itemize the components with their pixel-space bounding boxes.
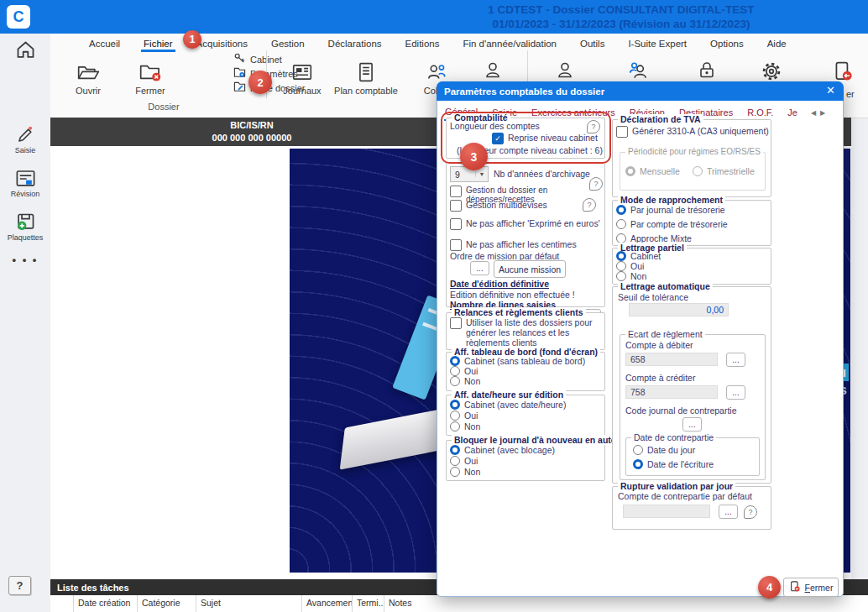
document-icon <box>330 62 402 82</box>
relances-label: Utiliser la liste des dossiers pour géné… <box>466 317 593 348</box>
lettrage-automatique-group: Lettrage automatique Seuil de tolérance … <box>612 286 771 484</box>
col-termine[interactable]: Termi... <box>353 595 384 612</box>
tab-fichier[interactable]: Fichier <box>143 37 174 50</box>
tab-options[interactable]: Options <box>709 37 745 50</box>
lettrage-partiel-cabinet-radio[interactable]: Cabinet <box>616 251 661 261</box>
ecart-reglement-group: Ecart de règlement Compte à débiter 658 … <box>620 334 766 480</box>
aucune-mission-button[interactable]: Aucune mission <box>494 260 566 278</box>
date-heure-cabinet-radio[interactable]: Cabinet (avec date/heure) <box>450 400 566 410</box>
sidebar-item-home[interactable] <box>0 39 50 61</box>
bloquer-cabinet-radio[interactable]: Cabinet (avec blocage) <box>450 445 555 455</box>
ordre-mission-browse-button[interactable]: ... <box>470 261 489 275</box>
relances-title: Relances et règlements clients <box>452 307 586 317</box>
compte-crediter-input[interactable]: 758 <box>625 385 718 399</box>
date-heure-oui-radio[interactable]: Oui <box>450 411 478 421</box>
help-button[interactable]: ? <box>8 576 31 595</box>
tableau-bord-non-radio[interactable]: Non <box>450 376 480 386</box>
compte-contrepartie-input[interactable] <box>623 505 710 518</box>
step-badge-3-number: 3 <box>471 150 478 164</box>
seuil-tolerance-input[interactable]: 0,00 <box>629 303 729 316</box>
home-icon <box>0 39 50 61</box>
dtab-je-truncated[interactable]: Je <box>787 105 798 120</box>
tab-isuite-expert[interactable]: I-Suite Expert <box>627 37 688 50</box>
groupe-people-icon[interactable] <box>628 60 650 84</box>
fermer-dossier-button[interactable]: Fermer <box>123 62 178 96</box>
ne-pas-afficher-euros-checkbox[interactable]: Ne pas afficher 'Exprimé en euros' <box>450 218 600 230</box>
ne-pas-afficher-centimes-label: Ne pas afficher les centimes <box>466 239 577 249</box>
tab-fichier-label: Fichier <box>144 39 173 49</box>
radio-disabled-selected-icon <box>625 166 635 176</box>
lettrage-partiel-non-radio[interactable]: Non <box>616 271 646 281</box>
checkbox-icon <box>450 186 462 197</box>
dtab-rof[interactable]: R.O.F. <box>746 105 774 120</box>
ne-pas-afficher-centimes-checkbox[interactable]: Ne pas afficher les centimes <box>450 239 577 251</box>
col-date-creation[interactable]: Date création∕ <box>74 595 138 612</box>
tab-outils[interactable]: Outils <box>579 37 605 50</box>
generer-3310a-checkbox[interactable]: Générer 3310-A (CA3 uniquement) <box>616 126 769 138</box>
date-ecriture-radio[interactable]: Date de l'écriture <box>633 459 714 469</box>
date-du-jour-radio[interactable]: Date du jour <box>633 445 695 455</box>
tab-scroll-left-icon[interactable]: ◀ <box>811 109 816 117</box>
date-heure-non-radio[interactable]: Non <box>450 421 480 432</box>
mode-rapprochement-title: Mode de rapprochement <box>618 195 725 205</box>
utilisateur-person-icon[interactable] <box>555 60 575 84</box>
fermer-label: Fermer <box>805 583 834 593</box>
aucune-mission-label: Aucune mission <box>499 264 561 275</box>
radio-icon <box>633 445 643 455</box>
lock-icon[interactable] <box>697 60 717 84</box>
tab-acquisitions[interactable]: Acquisitions <box>196 37 248 50</box>
sidebar-item-plaquettes[interactable]: Plaquettes <box>0 211 50 242</box>
compte-contrepartie-browse-button[interactable]: ... <box>719 505 738 519</box>
par-compte-tresorerie-radio[interactable]: Par compte de trésorerie <box>616 219 728 229</box>
edition-definitive-status: Edition définitive non effectuée ! <box>450 290 575 300</box>
fermer-button[interactable]: Fermer <box>783 578 839 597</box>
sidebar-item-revision[interactable]: Révision <box>0 168 50 198</box>
help-bubble-icon[interactable]: ? <box>583 198 596 212</box>
reprise-niveau-cabinet-checkbox[interactable]: ✓ Reprise niveau cabinet <box>492 133 598 144</box>
col-notes[interactable]: Notes <box>384 595 868 612</box>
mode-rapprochement-group: Mode de rapprochement Par journal de tré… <box>612 200 771 246</box>
tableau-bord-cabinet-radio[interactable]: Cabinet (sans tableau de bord) <box>450 356 585 366</box>
tab-scroll-right-icon[interactable]: ▶ <box>820 109 825 117</box>
par-journal-tresorerie-radio[interactable]: Par journal de trésorerie <box>616 205 725 215</box>
relances-checkbox[interactable]: Utiliser la liste des dossiers pour géné… <box>450 317 593 348</box>
lettrage-partiel-oui-radio[interactable]: Oui <box>616 261 644 271</box>
bloquer-non-radio[interactable]: Non <box>450 467 480 477</box>
code-journal-browse-button[interactable]: ... <box>682 417 702 432</box>
compte-crediter-browse-button[interactable]: ... <box>726 385 745 400</box>
date-edition-definitive-title: Date d'édition définitive <box>450 279 549 289</box>
sidebar-item-revision-label: Révision <box>11 190 40 198</box>
help-bubble-icon[interactable]: ? <box>587 120 600 133</box>
tab-fin-annee[interactable]: Fin d'année/validation <box>462 37 557 50</box>
tab-declarations[interactable]: Déclarations <box>327 37 383 50</box>
mensuelle-radio[interactable]: Mensuelle <box>625 166 680 176</box>
help-button-glyph: ? <box>17 579 24 592</box>
close-icon[interactable]: ✕ <box>826 84 835 97</box>
compte-debiter-browse-button[interactable]: ... <box>726 353 745 367</box>
tableau-bord-oui-radio[interactable]: Oui <box>450 366 478 376</box>
window-title-line1: 1 CDTEST - Dossier CONSULTANT DIGITAL-TE… <box>336 3 868 17</box>
date-contrepartie-group: Date de contrepartie Date du jour Date d… <box>625 437 760 476</box>
sidebar-more-icon[interactable]: • • • <box>0 254 50 266</box>
collaborateur-person-icon[interactable] <box>483 60 503 84</box>
tab-editions[interactable]: Editions <box>405 37 441 50</box>
col-selector[interactable] <box>50 595 74 612</box>
sidebar-item-saisie[interactable]: Saisie <box>0 124 50 154</box>
compte-debiter-input[interactable]: 658 <box>625 353 718 366</box>
gestion-multidevises-checkbox[interactable]: Gestion multidevises <box>450 200 547 212</box>
plan-comptable-button[interactable]: Plan comptable <box>330 62 402 96</box>
newspaper-icon <box>275 62 329 82</box>
trimestrielle-radio[interactable]: Trimestrielle <box>693 166 755 176</box>
ouvrir-button[interactable]: Ouvrir <box>62 62 114 96</box>
declaration-tva-group: Déclaration de TVA Générer 3310-A (CA3 u… <box>612 119 771 197</box>
tab-scroll-arrows: ◀ ▶ <box>811 109 825 117</box>
bloquer-oui-radio[interactable]: Oui <box>450 456 478 466</box>
col-categorie[interactable]: Catégorie <box>138 595 196 612</box>
col-sujet[interactable]: Sujet <box>196 595 302 612</box>
col-avancement[interactable]: Avancement <box>302 595 353 612</box>
help-bubble-icon[interactable]: ? <box>744 505 757 519</box>
tab-accueil[interactable]: Accueil <box>88 37 121 50</box>
tab-gestion[interactable]: Gestion <box>270 37 306 50</box>
journaux-button[interactable]: Journaux <box>275 62 329 96</box>
tab-aide[interactable]: Aide <box>766 37 787 50</box>
